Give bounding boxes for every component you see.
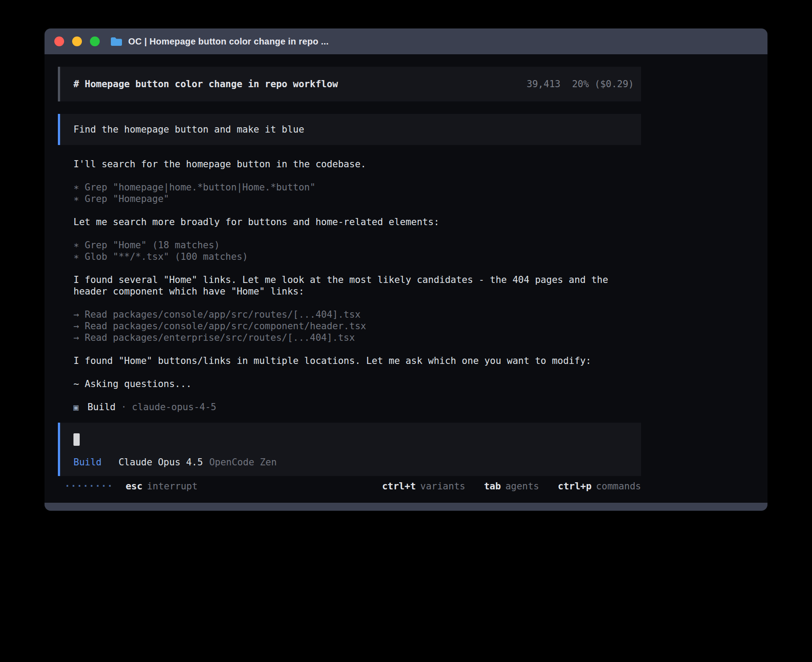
assistant-text: Let me search more broadly for buttons a…	[73, 216, 654, 228]
assistant-text: I'll search for the homepage button in t…	[73, 158, 654, 170]
input-meta: Build Claude Opus 4.5 OpenCode Zen	[73, 456, 628, 468]
assistant-text: header component which have "Home" links…	[73, 286, 654, 297]
agent-indicator: ▣ Build · claude-opus-4-5	[73, 401, 654, 413]
shortcut-commands: ctrl+p commands	[558, 481, 641, 492]
window-title: OC | Homepage button color change in rep…	[128, 36, 329, 47]
transcript: I'll search for the homepage button in t…	[58, 158, 654, 413]
shortcut-label: commands	[596, 481, 641, 492]
model-name: Claude Opus 4.5	[118, 456, 203, 468]
text-cursor	[73, 433, 80, 446]
tool-call-read: → Read packages/console/app/src/routes/[…	[73, 309, 654, 320]
shortcut-key: ctrl+p	[558, 481, 592, 492]
agent-square-icon: ▣	[73, 401, 78, 413]
token-count: 39,413	[527, 79, 560, 89]
close-button[interactable]	[54, 36, 64, 46]
tool-call-grep: ∗ Grep "Homepage"	[73, 193, 654, 205]
shortcut-variants: ctrl+t variants	[382, 481, 465, 492]
zoom-button[interactable]	[90, 36, 100, 46]
context-cost: 20% ($0.29)	[572, 79, 634, 89]
terminal-window: OC | Homepage button color change in rep…	[45, 28, 767, 511]
shortcut-key: tab	[484, 481, 501, 492]
assistant-status: ~ Asking questions...	[73, 378, 654, 390]
tool-call-glob: ∗ Glob "**/*.tsx" (100 matches)	[73, 251, 654, 262]
tool-call-grep: ∗ Grep "Home" (18 matches)	[73, 239, 654, 251]
agent-name: Build	[87, 401, 115, 413]
shortcut-agents: tab agents	[484, 481, 539, 492]
prompt-input[interactable]: Build Claude Opus 4.5 OpenCode Zen	[58, 423, 641, 476]
tool-call-read: → Read packages/console/app/src/componen…	[73, 320, 654, 332]
user-message-text: Find the homepage button and make it blu…	[73, 124, 304, 135]
traffic-lights	[54, 36, 100, 46]
status-bar: ········ esc interrupt ctrl+t variants t…	[58, 480, 641, 492]
terminal-content: # Homepage button color change in repo w…	[45, 54, 654, 492]
window-bottom-edge	[45, 503, 767, 511]
provider-name: OpenCode Zen	[209, 456, 277, 468]
folder-icon	[110, 36, 122, 46]
title-bar: OC | Homepage button color change in rep…	[45, 28, 767, 54]
session-title: # Homepage button color change in repo w…	[73, 79, 338, 89]
interrupt-key: esc	[126, 481, 142, 492]
session-header: # Homepage button color change in repo w…	[58, 67, 641, 101]
shortcut-key: ctrl+t	[382, 481, 416, 492]
user-message: Find the homepage button and make it blu…	[58, 114, 641, 145]
agent-separator: ·	[121, 401, 127, 413]
agent-model: claude-opus-4-5	[132, 401, 216, 413]
shortcut-label: variants	[420, 481, 465, 492]
interrupt-label: interrupt	[147, 481, 198, 492]
tool-call-grep: ∗ Grep "homepage|home.*button|Home.*butt…	[73, 182, 654, 193]
assistant-text: I found several "Home" links. Let me loo…	[73, 274, 654, 286]
tool-call-read: → Read packages/enterprise/src/routes/[.…	[73, 332, 654, 343]
assistant-text: I found "Home" buttons/links in multiple…	[73, 355, 654, 367]
shortcut-label: agents	[505, 481, 539, 492]
session-stats: 39,413 20% ($0.29)	[527, 79, 634, 89]
spinner-dots: ········	[65, 481, 113, 492]
mode-badge[interactable]: Build	[73, 456, 102, 468]
minimize-button[interactable]	[72, 36, 82, 46]
